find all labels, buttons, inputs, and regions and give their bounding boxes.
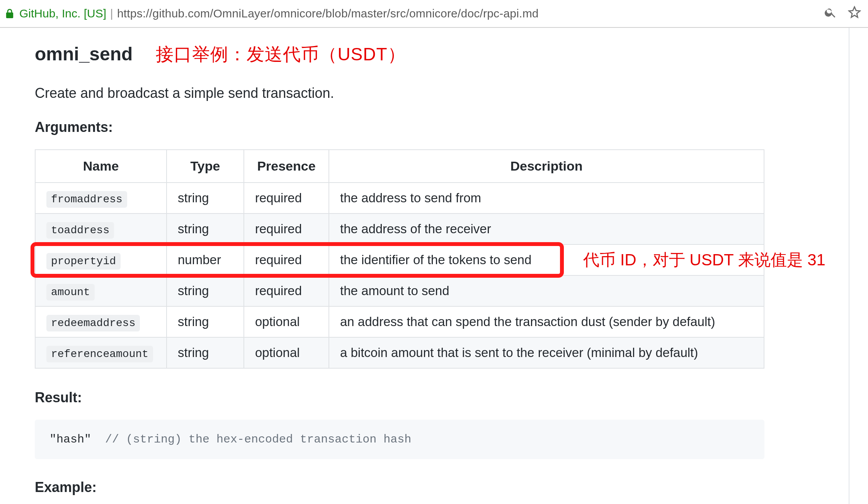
param-presence: optional	[244, 306, 329, 337]
table-header-row: Name Type Presence Description	[35, 150, 764, 183]
zoom-icon[interactable]	[824, 6, 837, 22]
result-code-block: "hash" // (string) the hex-encoded trans…	[35, 420, 764, 459]
col-name: Name	[35, 150, 167, 183]
param-name: redeemaddress	[46, 315, 140, 331]
table-row: amountstringrequiredthe amount to send	[35, 275, 764, 306]
param-name: propertyid	[46, 253, 121, 270]
page-url[interactable]: https://github.com/OmniLayer/omnicore/bl…	[117, 7, 539, 20]
col-presence: Presence	[244, 150, 329, 183]
param-description: the address of the receiver	[329, 214, 764, 244]
param-type: string	[167, 337, 244, 368]
address-separator: |	[110, 7, 113, 20]
param-description: the address to send from	[329, 183, 764, 214]
col-description: Description	[329, 150, 764, 183]
table-row: fromaddressstringrequiredthe address to …	[35, 183, 764, 214]
param-description: a bitcoin amount that is sent to the rec…	[329, 337, 764, 368]
param-type: string	[167, 306, 244, 337]
param-type: string	[167, 214, 244, 244]
api-heading: omni_send	[35, 43, 133, 65]
browser-address-bar[interactable]: GitHub, Inc. [US] | https://github.com/O…	[0, 0, 868, 28]
param-description: an address that can spend the transactio…	[329, 306, 764, 337]
param-presence: required	[244, 244, 329, 275]
param-name: amount	[46, 284, 95, 301]
bookmark-star-icon[interactable]	[848, 6, 861, 22]
row-side-annotation: 代币 ID，对于 USDT 来说值是 31	[583, 249, 825, 271]
param-presence: required	[244, 183, 329, 214]
result-value: "hash"	[49, 433, 91, 446]
heading-annotation: 接口举例：发送代币（USDT）	[156, 43, 405, 67]
col-type: Type	[167, 150, 244, 183]
table-row: referenceamountstringoptionala bitcoin a…	[35, 337, 764, 368]
param-name: toaddress	[46, 222, 114, 239]
param-presence: optional	[244, 337, 329, 368]
result-comment: // (string) the hex-encoded transaction …	[105, 433, 411, 446]
param-name: referenceamount	[46, 346, 153, 362]
param-presence: required	[244, 275, 329, 306]
site-identity: GitHub, Inc. [US]	[19, 7, 106, 20]
lock-icon	[5, 8, 14, 19]
example-label: Example:	[35, 479, 850, 495]
result-label: Result:	[35, 390, 850, 406]
param-name: fromaddress	[46, 191, 127, 208]
arguments-label: Arguments:	[35, 119, 850, 135]
param-type: number	[167, 244, 244, 275]
table-row: toaddressstringrequiredthe address of th…	[35, 214, 764, 244]
param-description: the amount to send	[329, 275, 764, 306]
page-body: omni_send 接口举例：发送代币（USDT） Create and bro…	[0, 28, 868, 504]
lead-paragraph: Create and broadcast a simple send trans…	[35, 85, 850, 101]
param-presence: required	[244, 214, 329, 244]
param-type: string	[167, 183, 244, 214]
param-type: string	[167, 275, 244, 306]
table-row: redeemaddressstringoptionalan address th…	[35, 306, 764, 337]
